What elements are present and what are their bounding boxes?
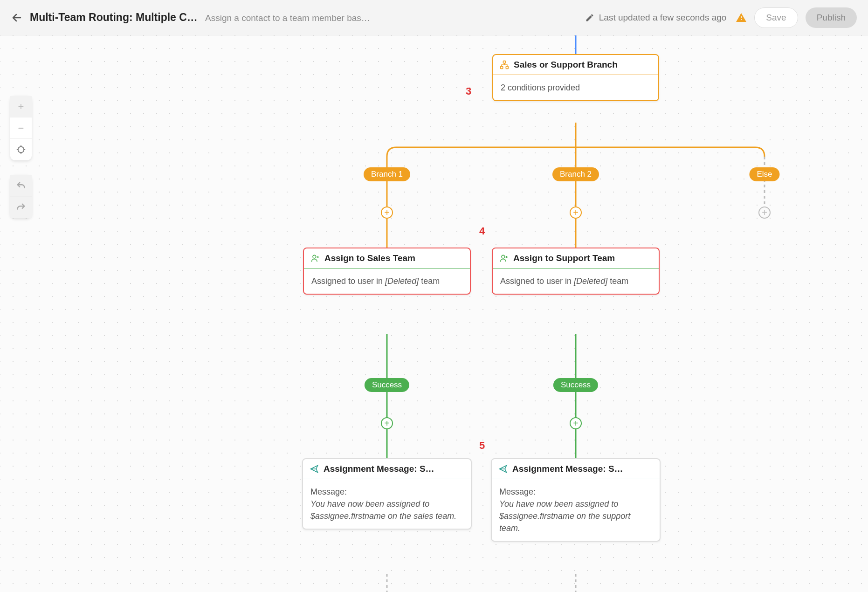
undo-icon (16, 181, 26, 191)
publish-button[interactable]: Publish (806, 7, 857, 28)
last-updated: Last updated a few seconds ago (585, 12, 747, 23)
assign-sales-title: Assign to Sales Team (324, 253, 415, 263)
svg-point-21 (502, 255, 505, 258)
assign-support-title: Assign to Support Team (513, 253, 615, 263)
branch-2-pill[interactable]: Branch 2 (552, 167, 599, 181)
back-button[interactable] (11, 12, 22, 23)
zoom-out-button[interactable]: − (10, 117, 32, 139)
zoom-toolbar: + − (10, 96, 32, 160)
add-step-else[interactable]: + (758, 207, 771, 219)
branch-node[interactable]: Sales or Support Branch 2 conditions pro… (492, 54, 659, 101)
crosshair-icon (16, 145, 26, 155)
title-block: Multi-Team Routing: Multiple Choice … As… (30, 11, 373, 24)
node-header: Assign to Support Team (493, 248, 659, 268)
warning-icon[interactable] (736, 12, 747, 23)
add-step-branch-1[interactable]: + (381, 207, 393, 219)
message-support-title: Assignment Message: S… (512, 464, 623, 474)
node-header: Sales or Support Branch (493, 55, 658, 75)
arrow-left-icon (11, 11, 22, 24)
history-toolbar (10, 175, 32, 218)
branch-1-pill[interactable]: Branch 1 (364, 167, 410, 181)
canvas-layer: Sales or Support Branch 2 conditions pro… (0, 35, 868, 592)
svg-rect-16 (501, 66, 503, 69)
zoom-in-button[interactable]: + (10, 96, 32, 117)
svg-point-18 (313, 255, 316, 258)
assign-user-icon (310, 254, 320, 263)
send-icon (310, 464, 319, 474)
branch-node-body: 2 conditions provided (493, 75, 658, 100)
svg-rect-17 (506, 66, 508, 69)
add-step-after-sales[interactable]: + (381, 417, 393, 429)
workflow-title[interactable]: Multi-Team Routing: Multiple Choice … (30, 11, 198, 24)
message-sales-node[interactable]: Assignment Message: S… Message: You have… (302, 458, 472, 530)
assign-support-body: Assigned to user in [Deleted] team (493, 268, 659, 294)
header: Multi-Team Routing: Multiple Choice … As… (0, 0, 868, 35)
annotation-4: 4 (479, 225, 485, 237)
branch-icon (500, 60, 509, 69)
annotation-3: 3 (466, 85, 471, 97)
workflow-description[interactable]: Assign a contact to a team member base… (205, 13, 373, 23)
redo-button[interactable] (10, 197, 32, 218)
send-icon (498, 464, 508, 474)
save-button[interactable]: Save (754, 7, 798, 28)
node-header: Assignment Message: S… (303, 459, 471, 479)
message-sales-title: Assignment Message: S… (324, 464, 434, 474)
recenter-button[interactable] (10, 139, 32, 160)
node-header: Assign to Sales Team (304, 248, 470, 268)
assign-sales-body: Assigned to user in [Deleted] team (304, 268, 470, 294)
message-sales-body: Message: You have now been assigned to $… (303, 479, 471, 529)
else-pill[interactable]: Else (749, 167, 779, 181)
svg-rect-15 (503, 61, 506, 63)
success-pill-sales[interactable]: Success (365, 378, 409, 392)
assign-support-node[interactable]: Assign to Support Team Assigned to user … (492, 248, 660, 295)
undo-button[interactable] (10, 175, 32, 197)
message-support-node[interactable]: Assignment Message: S… Message: You have… (491, 458, 661, 542)
last-updated-text: Last updated a few seconds ago (599, 13, 727, 23)
success-pill-support[interactable]: Success (553, 378, 598, 392)
svg-point-1 (18, 147, 24, 153)
canvas[interactable]: + − Sal (0, 35, 868, 592)
message-support-body: Message: You have now been assigned to $… (492, 479, 660, 541)
add-step-after-support[interactable]: + (570, 417, 582, 429)
pencil-icon (585, 13, 594, 22)
annotation-5: 5 (479, 440, 485, 452)
node-header: Assignment Message: S… (492, 459, 660, 479)
add-step-branch-2[interactable]: + (570, 207, 582, 219)
redo-icon (16, 202, 26, 213)
assign-sales-node[interactable]: Assign to Sales Team Assigned to user in… (303, 248, 471, 295)
branch-node-title: Sales or Support Branch (514, 60, 618, 70)
assign-user-icon (499, 254, 509, 263)
